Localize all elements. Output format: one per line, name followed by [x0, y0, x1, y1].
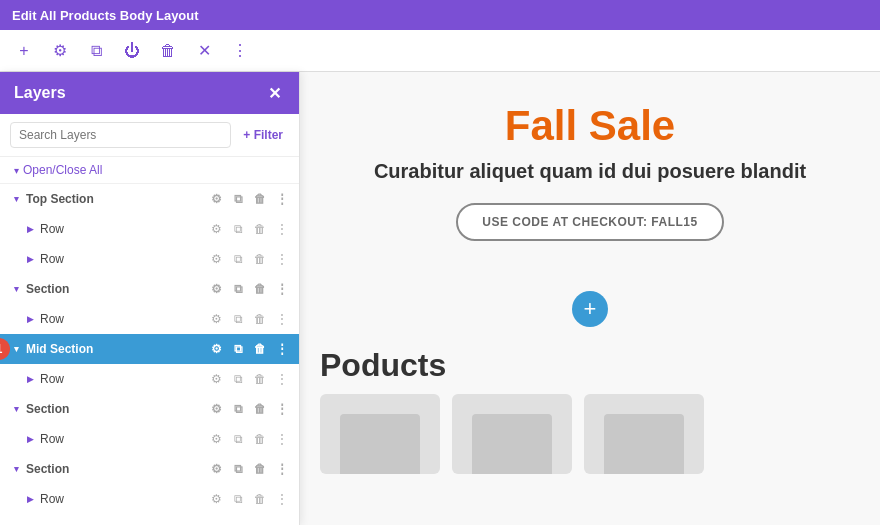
layer-settings-icon[interactable]: ⚙ [207, 280, 225, 298]
layers-search-bar: + Filter [0, 114, 299, 157]
layer-duplicate-icon[interactable]: ⧉ [229, 190, 247, 208]
layer-duplicate-icon[interactable]: ⧉ [229, 250, 247, 268]
layer-label-row-4: Row [40, 372, 207, 386]
layer-more-icon[interactable]: ⋮ [273, 430, 291, 448]
layer-settings-icon[interactable]: ⚙ [207, 400, 225, 418]
fall-sale-title: Fall Sale [340, 102, 840, 150]
top-bar: Edit All Products Body Layout [0, 0, 880, 30]
layer-arrow-row-6[interactable]: ▶ [24, 493, 36, 505]
layer-more-icon[interactable]: ⋮ [273, 340, 291, 358]
layer-more-icon[interactable]: ⋮ [273, 310, 291, 328]
layer-settings-icon[interactable]: ⚙ [207, 310, 225, 328]
layer-trash-icon[interactable]: 🗑 [251, 430, 269, 448]
layer-settings-icon[interactable]: ⚙ [207, 430, 225, 448]
layer-icons-row-4: ⚙ ⧉ 🗑 ⋮ [207, 370, 291, 388]
layer-arrow-section-1[interactable]: ▾ [10, 283, 22, 295]
layer-settings-icon[interactable]: ⚙ [207, 340, 225, 358]
open-close-arrow: ▾ [14, 165, 19, 176]
close-icon[interactable]: ✕ [192, 39, 216, 63]
products-title-text: P [320, 347, 341, 383]
layer-duplicate-icon[interactable]: ⧉ [229, 310, 247, 328]
layer-label-section-3: Section [26, 462, 207, 476]
layer-trash-icon[interactable]: 🗑 [251, 310, 269, 328]
products-title: Poducts [300, 347, 880, 384]
layer-trash-icon[interactable]: 🗑 [251, 370, 269, 388]
layer-settings-icon[interactable]: ⚙ [207, 190, 225, 208]
layer-trash-icon[interactable]: 🗑 [251, 220, 269, 238]
layer-icons-section-1: ⚙ ⧉ 🗑 ⋮ [207, 280, 291, 298]
open-close-all[interactable]: ▾ Open/Close All [0, 157, 299, 184]
layer-duplicate-icon[interactable]: ⧉ [229, 340, 247, 358]
layer-row-4[interactable]: ▶ Row ⚙ ⧉ 🗑 ⋮ [0, 364, 299, 394]
trash-icon[interactable]: 🗑 [156, 39, 180, 63]
layer-duplicate-icon[interactable]: ⧉ [229, 280, 247, 298]
layer-more-icon[interactable]: ⋮ [273, 190, 291, 208]
layer-more-icon[interactable]: ⋮ [273, 250, 291, 268]
layers-close-button[interactable]: ✕ [263, 82, 285, 104]
fall-sale-subtitle: Curabitur aliquet quam id dui posuere bl… [340, 160, 840, 183]
layer-duplicate-icon[interactable]: ⧉ [229, 490, 247, 508]
layer-row-2[interactable]: ▶ Row ⚙ ⧉ 🗑 ⋮ [0, 244, 299, 274]
layer-row-3[interactable]: ▶ Row ⚙ ⧉ 🗑 ⋮ [0, 304, 299, 334]
toolbar: + ⚙ ⧉ ⏻ 🗑 ✕ ⋮ [0, 30, 880, 72]
layer-more-icon[interactable]: ⋮ [273, 280, 291, 298]
layer-arrow-top-section[interactable]: ▾ [10, 193, 22, 205]
layer-settings-icon[interactable]: ⚙ [207, 460, 225, 478]
layer-duplicate-icon[interactable]: ⧉ [229, 400, 247, 418]
layer-trash-icon[interactable]: 🗑 [251, 460, 269, 478]
layer-settings-icon[interactable]: ⚙ [207, 250, 225, 268]
layer-arrow-row-4[interactable]: ▶ [24, 373, 36, 385]
content-area: Fall Sale Curabitur aliquet quam id dui … [300, 72, 880, 525]
dots-menu-icon[interactable]: ⋮ [228, 39, 252, 63]
layer-row-5[interactable]: ▶ Row ⚙ ⧉ 🗑 ⋮ [0, 424, 299, 454]
layer-more-icon[interactable]: ⋮ [273, 220, 291, 238]
layer-arrow-section-3[interactable]: ▾ [10, 463, 22, 475]
layer-more-icon[interactable]: ⋮ [273, 400, 291, 418]
layer-arrow-row-3[interactable]: ▶ [24, 313, 36, 325]
layer-trash-icon[interactable]: 🗑 [251, 250, 269, 268]
gear-icon[interactable]: ⚙ [48, 39, 72, 63]
layer-duplicate-icon[interactable]: ⧉ [229, 220, 247, 238]
layer-icons-row-1: ⚙ ⧉ 🗑 ⋮ [207, 220, 291, 238]
power-icon[interactable]: ⏻ [120, 39, 144, 63]
layer-arrow-row-2[interactable]: ▶ [24, 253, 36, 265]
promo-code-button[interactable]: USE CODE AT CHECKOUT: FALL15 [456, 203, 723, 241]
layer-trash-icon[interactable]: 🗑 [251, 340, 269, 358]
product-card-1 [320, 394, 440, 474]
layers-header: Layers ✕ [0, 72, 299, 114]
layer-section-1[interactable]: ▾ Section ⚙ ⧉ 🗑 ⋮ [0, 274, 299, 304]
layer-more-icon[interactable]: ⋮ [273, 490, 291, 508]
layer-arrow-row-1[interactable]: ▶ [24, 223, 36, 235]
layer-duplicate-icon[interactable]: ⧉ [229, 370, 247, 388]
layer-trash-icon[interactable]: 🗑 [251, 490, 269, 508]
layer-arrow-row-5[interactable]: ▶ [24, 433, 36, 445]
layers-title: Layers [14, 84, 66, 102]
layer-arrow-mid-section[interactable]: ▾ [10, 343, 22, 355]
main-area: Layers ✕ + Filter ▾ Open/Close All ▾ Top… [0, 72, 880, 525]
layer-section-3[interactable]: ▾ Section ⚙ ⧉ 🗑 ⋮ [0, 454, 299, 484]
layer-trash-icon[interactable]: 🗑 [251, 400, 269, 418]
add-content-button[interactable]: + [572, 291, 608, 327]
layer-row-6[interactable]: ▶ Row ⚙ ⧉ 🗑 ⋮ [0, 484, 299, 514]
layer-settings-icon[interactable]: ⚙ [207, 490, 225, 508]
layer-settings-icon[interactable]: ⚙ [207, 370, 225, 388]
layer-arrow-section-2[interactable]: ▾ [10, 403, 22, 415]
layer-row-1[interactable]: ▶ Row ⚙ ⧉ 🗑 ⋮ [0, 214, 299, 244]
layer-trash-icon[interactable]: 🗑 [251, 190, 269, 208]
layer-section-2[interactable]: ▾ Section ⚙ ⧉ 🗑 ⋮ [0, 394, 299, 424]
layer-label-section-1: Section [26, 282, 207, 296]
layer-settings-icon[interactable]: ⚙ [207, 220, 225, 238]
layer-top-section[interactable]: ▾ Top Section ⚙ ⧉ 🗑 ⋮ [0, 184, 299, 214]
layer-mid-section[interactable]: 1 ▾ Mid Section ⚙ ⧉ 🗑 ⋮ [0, 334, 299, 364]
filter-button[interactable]: + Filter [237, 124, 289, 146]
layer-duplicate-icon[interactable]: ⧉ [229, 460, 247, 478]
layer-icons-mid-section: ⚙ ⧉ 🗑 ⋮ [207, 340, 291, 358]
duplicate-icon[interactable]: ⧉ [84, 39, 108, 63]
add-icon[interactable]: + [12, 39, 36, 63]
layer-duplicate-icon[interactable]: ⧉ [229, 430, 247, 448]
layers-search-input[interactable] [10, 122, 231, 148]
layer-more-icon[interactable]: ⋮ [273, 460, 291, 478]
layer-label-row-6: Row [40, 492, 207, 506]
layer-more-icon[interactable]: ⋮ [273, 370, 291, 388]
layer-trash-icon[interactable]: 🗑 [251, 280, 269, 298]
